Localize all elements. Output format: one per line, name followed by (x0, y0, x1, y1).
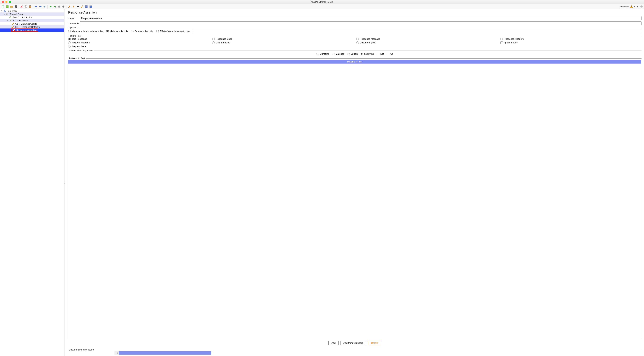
checkbox-ignore-status[interactable]: Ignore Status (500, 41, 641, 44)
paste-button[interactable] (28, 5, 32, 8)
svg-point-8 (22, 7, 23, 8)
custom-failure-message-input[interactable] (119, 351, 595, 354)
tree-toggle-icon[interactable]: ▼ (1, 10, 3, 12)
tree-item-label: Response Assertion (16, 29, 37, 32)
folder-open-icon (10, 5, 13, 8)
start-button[interactable] (48, 5, 52, 8)
toggle-icon (43, 5, 46, 8)
radio-substring[interactable]: Substring (361, 52, 374, 55)
svg-text:?: ? (90, 6, 91, 8)
window-close-button[interactable] (2, 1, 4, 3)
name-input[interactable] (80, 16, 642, 20)
radio-main-and-sub[interactable]: Main sample and sub-samples (68, 30, 103, 32)
tree-item-csv-config[interactable]: CSV Data Set Config (0, 22, 64, 25)
tree-toggle-icon[interactable]: ▼ (6, 20, 8, 22)
help-button[interactable]: ? (89, 5, 92, 8)
svg-text:f: f (86, 6, 87, 8)
tree-item-flow-control[interactable]: Flow Control Action (0, 16, 64, 19)
assertion-icon (12, 29, 16, 31)
reset-search-button[interactable] (80, 5, 84, 8)
error-count: 1 (634, 5, 635, 8)
add-from-clipboard-button[interactable]: Add from Clipboard (340, 341, 366, 345)
svg-rect-14 (55, 6, 56, 8)
collapse-button[interactable] (38, 5, 42, 8)
start-no-pause-button[interactable] (53, 5, 57, 8)
window-minimize-button[interactable] (5, 1, 8, 3)
svg-rect-5 (15, 6, 16, 6)
radio-text-response[interactable]: Text Response (68, 38, 209, 40)
tree-item-thread-group[interactable]: ▼ Thread Group (0, 12, 64, 16)
name-label: Name: (68, 17, 80, 20)
radio-response-message[interactable]: Response Message (356, 38, 497, 40)
shutdown-button[interactable] (62, 5, 65, 8)
radio-contains[interactable]: Contains (316, 52, 329, 55)
file-new-icon (2, 5, 4, 8)
svg-point-7 (21, 7, 21, 8)
checkbox-not[interactable]: Not (377, 52, 384, 55)
radio-equals[interactable]: Equals (347, 52, 358, 55)
tree-item-http-defaults[interactable]: HTTP Request Defaults (0, 25, 64, 28)
flask-icon (3, 10, 6, 12)
radio-request-data[interactable]: Request Data (68, 45, 209, 48)
search-button[interactable] (76, 5, 80, 8)
radio-main-only[interactable]: Main sample only (106, 30, 128, 32)
radio-sub-only[interactable]: Sub-samples only (131, 30, 153, 32)
dropper-icon (8, 16, 12, 18)
function-icon: f (85, 5, 88, 8)
templates-button[interactable] (5, 5, 9, 8)
function-helper-button[interactable]: f (84, 5, 88, 8)
svg-rect-6 (15, 7, 16, 8)
panel-splitter[interactable]: ⋮ (64, 9, 65, 356)
open-button[interactable] (10, 5, 14, 8)
patterns-table-body[interactable] (68, 64, 641, 339)
apply-to-group: Apply to: Main sample and sub-samples Ma… (68, 28, 642, 34)
radio-request-headers[interactable]: Request Headers (68, 41, 209, 44)
toggle-button[interactable] (43, 5, 47, 8)
clear-button[interactable] (67, 5, 71, 8)
new-button[interactable] (1, 5, 5, 8)
tree-toggle-icon[interactable]: ▼ (3, 13, 5, 15)
play-icon (49, 5, 52, 8)
clear-all-button[interactable] (72, 5, 76, 8)
radio-jmeter-var[interactable]: JMeter Variable Name to use (156, 30, 190, 32)
save-button[interactable] (14, 5, 18, 8)
test-plan-tree[interactable]: ▼ Test Plan ▼ Thread Group Flow Con (0, 9, 64, 356)
stop-button[interactable] (57, 5, 61, 8)
tree-item-test-plan[interactable]: ▼ Test Plan (0, 9, 64, 12)
svg-rect-12 (30, 5, 31, 6)
jmeter-var-input[interactable] (193, 29, 641, 33)
tree-item-http-request[interactable]: ▼ HTTP Request (0, 19, 64, 22)
main-toolbar: f ? 00:00:00 ! 1 0/0 (0, 4, 644, 9)
warning-icon[interactable]: ! (630, 5, 633, 8)
window-zoom-button[interactable] (9, 1, 11, 3)
broom-all-icon (72, 5, 75, 8)
radio-document-text[interactable]: Document (text) (356, 41, 497, 44)
add-pattern-button[interactable]: Add (328, 341, 338, 345)
field-to-test-legend: Field to Test (68, 34, 82, 37)
delete-pattern-button[interactable]: Delete (368, 341, 381, 345)
svg-rect-21 (78, 6, 78, 6)
pattern-matching-group: Pattern Matching Rules Contains Matches … (68, 50, 642, 56)
tree-item-label: Test Plan (7, 10, 16, 12)
radio-response-code[interactable]: Response Code (212, 38, 353, 40)
play-skip-icon (54, 5, 56, 8)
tree-item-response-assertion[interactable]: Response Assertion (0, 28, 64, 32)
cut-button[interactable] (20, 5, 24, 8)
copy-button[interactable] (24, 5, 28, 8)
checkbox-or[interactable]: Or (387, 52, 393, 55)
templates-icon (6, 5, 9, 8)
svg-rect-3 (8, 6, 8, 6)
wrench-icon (12, 22, 14, 25)
comments-label: Comments: (68, 22, 80, 25)
radio-response-headers[interactable]: Response Headers (500, 38, 641, 40)
radio-url-sampled[interactable]: URL Sampled (212, 41, 353, 44)
patterns-table-header: Patterns to Test (68, 60, 641, 64)
svg-text:!: ! (631, 6, 632, 8)
radio-matches[interactable]: Matches (332, 52, 344, 55)
svg-rect-20 (77, 6, 78, 6)
wrench-icon (12, 26, 14, 28)
comments-input[interactable] (80, 21, 642, 25)
shutdown-icon (62, 5, 64, 8)
tree-item-label: HTTP Request (12, 19, 28, 22)
expand-button[interactable] (34, 5, 38, 8)
